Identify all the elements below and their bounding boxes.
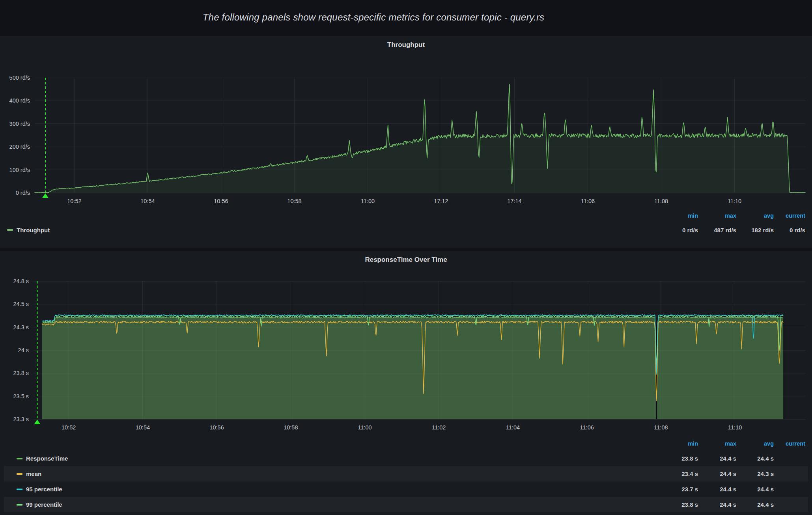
y-tick-label: 0 rd/s	[16, 190, 30, 196]
stat-value-95-percentile-avg: 24.4 s	[736, 486, 774, 493]
panel-responsetime: ResponseTime Over Time 24.8 s24.5 s24.3 …	[0, 251, 812, 515]
legend-swatch-99-percentile[interactable]	[17, 504, 22, 506]
x-tick-label: 11:10	[728, 424, 742, 431]
legend-swatch-mean[interactable]	[17, 473, 22, 475]
panel-throughput: Throughput 500 rd/s400 rd/s300 rd/s200 r…	[0, 36, 812, 248]
stat-header-current[interactable]: current	[774, 440, 805, 447]
x-tick-label: 10:54	[140, 198, 155, 204]
legend-row-95-percentile: 95 percentile23.7 s24.4 s24.4 s	[4, 481, 808, 497]
stat-header-min[interactable]: min	[662, 440, 698, 447]
x-tick-label: 11:00	[358, 424, 371, 431]
legend-swatch-95-percentile[interactable]	[17, 489, 22, 490]
x-tick-label: 10:52	[62, 424, 76, 431]
legend-row-mean: mean23.4 s24.4 s24.3 s	[4, 466, 808, 481]
legend-label-mean[interactable]: mean	[26, 470, 41, 477]
y-tick-label: 500 rd/s	[9, 75, 30, 81]
y-tick-label: 24.5 s	[13, 301, 29, 307]
x-tick-label: 11:02	[432, 424, 446, 431]
x-tick-label: 10:56	[209, 424, 224, 431]
y-tick-label: 23.5 s	[13, 393, 29, 399]
stat-value-responsetime-min: 23.8 s	[662, 455, 698, 462]
y-tick-label: 400 rd/s	[9, 97, 30, 104]
legend-swatch-responsetime[interactable]	[17, 458, 22, 459]
x-tick-label: 10:52	[67, 198, 81, 204]
stat-value-throughput-min: 0 rd/s	[662, 227, 698, 233]
y-tick-label: 200 rd/s	[9, 144, 30, 150]
responsetime-legend-stats-header: minmaxavgcurrent	[662, 440, 805, 447]
stat-header-avg[interactable]: avg	[736, 440, 774, 447]
stat-value-mean-max: 24.4 s	[698, 470, 736, 477]
stat-header-min[interactable]: min	[662, 213, 698, 219]
legend-label-responsetime[interactable]: ResponseTime	[26, 455, 68, 462]
y-tick-label: 24 s	[18, 347, 29, 353]
responsetime-series-fill-responsetime	[42, 317, 783, 420]
stat-value-95-percentile-max: 24.4 s	[698, 486, 736, 493]
stat-value-responsetime-avg: 24.4 s	[736, 455, 774, 462]
legend-row-99-percentile: 99 percentile23.8 s24.4 s24.4 s	[4, 497, 808, 512]
x-tick-label: 10:56	[214, 198, 228, 204]
dashboard-header: The following panels show request-specif…	[0, 0, 747, 35]
stat-header-avg[interactable]: avg	[736, 213, 774, 219]
x-tick-label: 17:14	[507, 198, 521, 204]
y-tick-label: 100 rd/s	[9, 167, 30, 173]
stat-value-throughput-current: 0 rd/s	[774, 227, 805, 233]
throughput-x-axis-labels: 10:5210:5410:5610:5811:0017:1217:1411:06…	[67, 198, 741, 204]
throughput-y-axis-labels: 500 rd/s400 rd/s300 rd/s200 rd/s100 rd/s…	[9, 75, 30, 196]
stat-value-mean-avg: 24.3 s	[736, 470, 774, 477]
y-tick-label: 24.3 s	[13, 324, 29, 330]
x-tick-label: 11:04	[506, 424, 520, 431]
x-tick-label: 11:08	[654, 424, 668, 431]
y-tick-label: 23.3 s	[13, 416, 29, 422]
y-tick-label: 23.8 s	[13, 370, 29, 376]
stat-value-99-percentile-min: 23.8 s	[662, 501, 698, 508]
stat-value-99-percentile-avg: 24.4 s	[736, 501, 774, 508]
legend-swatch-throughput[interactable]	[7, 229, 13, 231]
x-tick-label: 10:54	[136, 424, 150, 431]
responsetime-x-axis-labels: 10:5210:5410:5610:5811:0011:0211:0411:06…	[62, 424, 742, 431]
responsetime-annotation-marker[interactable]	[34, 281, 40, 424]
stat-value-responsetime-max: 24.4 s	[698, 455, 736, 462]
legend-label-throughput[interactable]: Throughput	[17, 227, 50, 233]
x-tick-label: 10:58	[284, 424, 298, 431]
stat-header-current[interactable]: current	[774, 213, 805, 219]
x-tick-label: 11:10	[728, 198, 741, 204]
responsetime-y-axis-labels: 24.8 s24.5 s24.3 s24 s23.8 s23.5 s23.3 s	[13, 278, 29, 422]
stat-value-throughput-max: 487 rd/s	[698, 227, 736, 233]
legend-label-99-percentile[interactable]: 99 percentile	[26, 501, 62, 508]
x-tick-label: 11:06	[580, 424, 594, 431]
x-tick-label: 11:00	[361, 198, 375, 204]
x-tick-label: 11:08	[654, 198, 668, 204]
y-tick-label: 24.8 s	[13, 278, 29, 284]
dashboard-title: The following panels show request-specif…	[203, 12, 545, 23]
stat-header-max[interactable]: max	[698, 213, 736, 219]
x-tick-label: 11:06	[581, 198, 595, 204]
x-tick-label: 10:58	[287, 198, 301, 204]
legend-row-throughput: Throughput0 rd/s487 rd/s182 rd/s0 rd/s	[4, 224, 808, 236]
legend-label-95-percentile[interactable]: 95 percentile	[26, 486, 62, 493]
throughput-legend-stats-header: minmaxavgcurrent	[662, 213, 805, 219]
stat-value-mean-min: 23.4 s	[662, 470, 698, 477]
stat-value-99-percentile-max: 24.4 s	[698, 501, 736, 508]
stat-value-95-percentile-min: 23.7 s	[662, 486, 698, 493]
throughput-annotation-marker[interactable]	[42, 78, 49, 198]
stat-value-throughput-avg: 182 rd/s	[736, 227, 774, 233]
legend-row-responsetime: ResponseTime23.8 s24.4 s24.4 s	[4, 451, 808, 466]
y-tick-label: 300 rd/s	[9, 121, 30, 127]
x-tick-label: 17:12	[434, 198, 448, 204]
stat-header-max[interactable]: max	[698, 440, 736, 447]
